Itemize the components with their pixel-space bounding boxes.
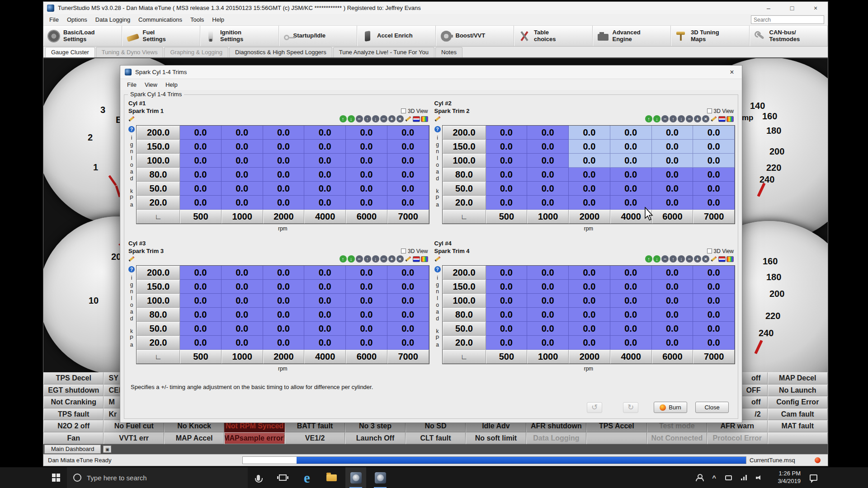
close-dialog-button[interactable]: Close xyxy=(695,402,729,413)
trim-cell[interactable]: 0.0 xyxy=(693,266,735,280)
redo-button[interactable] xyxy=(623,402,638,413)
trim-cell[interactable]: 0.0 xyxy=(387,168,429,182)
table-gradient-icon[interactable] xyxy=(726,256,734,262)
trim-cell[interactable]: 0.0 xyxy=(569,322,610,336)
menu-file[interactable]: File xyxy=(45,14,63,25)
trim-cell[interactable]: 0.0 xyxy=(222,322,263,336)
trim-cell[interactable]: 0.0 xyxy=(610,280,652,294)
rpm-axis-cell[interactable]: 500 xyxy=(180,350,222,364)
load-axis-cell[interactable]: 20.0 xyxy=(137,336,180,350)
trim-cell[interactable]: 0.0 xyxy=(180,168,222,182)
maximize-button[interactable] xyxy=(788,5,796,12)
load-axis-cell[interactable]: 150.0 xyxy=(443,140,486,154)
tab-tune-analyze-live-tune-for-you[interactable]: Tune Analyze Live! - Tune For You xyxy=(333,47,434,57)
table-interpolate-icon[interactable] xyxy=(718,116,726,122)
load-axis-cell[interactable]: 50.0 xyxy=(443,182,486,196)
trim-cell[interactable]: 0.0 xyxy=(486,168,528,182)
edge-browser-button[interactable] xyxy=(297,467,317,488)
axis-corner-cell[interactable]: ∟ xyxy=(137,210,180,224)
trim-cell[interactable]: 0.0 xyxy=(263,126,305,140)
trim-cell[interactable]: 0.0 xyxy=(486,280,528,294)
toolbar-button-startup-idle[interactable]: Startup/Idle xyxy=(279,26,358,46)
trim-cell[interactable]: 0.0 xyxy=(180,336,222,350)
toolbar-button-fuel-settings[interactable]: FuelSettings xyxy=(122,26,201,46)
table-clear-icon[interactable]: × xyxy=(702,115,709,122)
load-axis-cell[interactable]: 80.0 xyxy=(443,308,486,322)
trim-cell[interactable]: 0.0 xyxy=(652,168,693,182)
burn-button[interactable]: Burn xyxy=(654,402,687,413)
trim-cell[interactable]: 0.0 xyxy=(222,154,263,168)
table-gradient-icon[interactable] xyxy=(421,256,428,262)
axis-corner-cell[interactable]: ∟ xyxy=(443,210,486,224)
trim-cell[interactable]: 0.0 xyxy=(652,308,693,322)
trim-cell[interactable]: 0.0 xyxy=(304,154,346,168)
table-shift-up-icon[interactable]: ↑ xyxy=(364,115,371,122)
view3d-toggle[interactable]: 3D View xyxy=(401,108,428,114)
people-icon[interactable] xyxy=(696,474,703,481)
task-view-button[interactable] xyxy=(272,467,293,488)
trim-cell[interactable]: 0.0 xyxy=(527,294,569,308)
trim-cell[interactable]: 0.0 xyxy=(346,294,387,308)
rpm-axis-cell[interactable]: 6000 xyxy=(346,210,387,224)
table-scale-up-icon[interactable]: + xyxy=(694,115,701,122)
rpm-axis-cell[interactable]: 7000 xyxy=(387,350,429,364)
trim-cell[interactable]: 0.0 xyxy=(263,182,305,196)
edit-axis-pencil-icon[interactable] xyxy=(434,116,440,122)
help-icon[interactable]: ? xyxy=(434,126,441,132)
trim-cell[interactable]: 0.0 xyxy=(652,140,693,154)
trim-cell[interactable]: 0.0 xyxy=(387,154,429,168)
table-scale-down-icon[interactable]: − xyxy=(686,115,693,122)
rpm-axis-cell[interactable]: 4000 xyxy=(304,350,346,364)
table-clear-icon[interactable]: × xyxy=(396,255,404,263)
trim-cell[interactable]: 0.0 xyxy=(222,308,263,322)
help-icon[interactable]: ? xyxy=(128,266,135,272)
rpm-axis-cell[interactable]: 7000 xyxy=(693,350,735,364)
trim-cell[interactable]: 0.0 xyxy=(610,308,652,322)
trim-cell[interactable]: 0.0 xyxy=(387,140,429,154)
trim-cell[interactable]: 0.0 xyxy=(346,140,387,154)
load-axis-cell[interactable]: 200.0 xyxy=(137,126,180,140)
dialog-menu-file[interactable]: File xyxy=(123,80,141,89)
trim-cell[interactable]: 0.0 xyxy=(486,336,528,350)
trim-cell[interactable]: 0.0 xyxy=(569,140,610,154)
view3d-toggle[interactable]: 3D View xyxy=(707,108,734,114)
trim-cell[interactable]: 0.0 xyxy=(652,336,693,350)
trim-cell[interactable]: 0.0 xyxy=(304,182,346,196)
trim-cell[interactable]: 0.0 xyxy=(527,140,569,154)
close-button[interactable] xyxy=(811,5,820,12)
load-axis-cell[interactable]: 80.0 xyxy=(137,308,180,322)
rpm-axis-cell[interactable]: 2000 xyxy=(263,350,305,364)
rpm-axis-cell[interactable]: 6000 xyxy=(652,350,693,364)
trim-cell[interactable]: 0.0 xyxy=(652,182,693,196)
trim-cell[interactable]: 0.0 xyxy=(387,322,429,336)
trim-cell[interactable]: 0.0 xyxy=(693,154,735,168)
rpm-axis-cell[interactable]: 6000 xyxy=(652,210,693,224)
trim-cell[interactable]: 0.0 xyxy=(346,182,387,196)
toolbar-button-can-bus-testmodes[interactable]: CAN-bus/Testmodes xyxy=(750,26,828,46)
view3d-checkbox[interactable] xyxy=(401,108,406,113)
rpm-axis-cell[interactable]: 7000 xyxy=(387,210,429,224)
tray-device-icon[interactable] xyxy=(725,475,732,480)
trim-cell[interactable]: 0.0 xyxy=(222,336,263,350)
trim-cell[interactable]: 0.0 xyxy=(486,126,528,140)
table-shift-down-icon[interactable]: ↓ xyxy=(678,255,685,263)
trim-cell[interactable]: 0.0 xyxy=(569,154,610,168)
trim-cell[interactable]: 0.0 xyxy=(346,308,387,322)
search-input[interactable] xyxy=(751,15,824,24)
trim-cell[interactable]: 0.0 xyxy=(610,154,652,168)
table-increment-icon[interactable]: ↑ xyxy=(645,255,652,263)
load-axis-cell[interactable]: 50.0 xyxy=(137,322,180,336)
trim-cell[interactable]: 0.0 xyxy=(527,336,569,350)
network-icon[interactable] xyxy=(741,475,747,480)
axis-corner-cell[interactable]: ∟ xyxy=(137,350,180,364)
trim-cell[interactable]: 0.0 xyxy=(346,280,387,294)
load-axis-cell[interactable]: 20.0 xyxy=(443,196,486,210)
trim-cell[interactable]: 0.0 xyxy=(652,266,693,280)
view3d-checkbox[interactable] xyxy=(707,108,712,113)
view3d-checkbox[interactable] xyxy=(707,249,712,253)
toolbar-button-3d-tuning-maps[interactable]: 3D TuningMaps xyxy=(671,26,750,46)
tunerstudio-taskbar-button-2[interactable] xyxy=(370,467,391,488)
undo-button[interactable] xyxy=(587,402,602,413)
table-shift-up-icon[interactable]: ↑ xyxy=(364,255,371,263)
table-edit-pencil-icon[interactable] xyxy=(405,255,412,263)
